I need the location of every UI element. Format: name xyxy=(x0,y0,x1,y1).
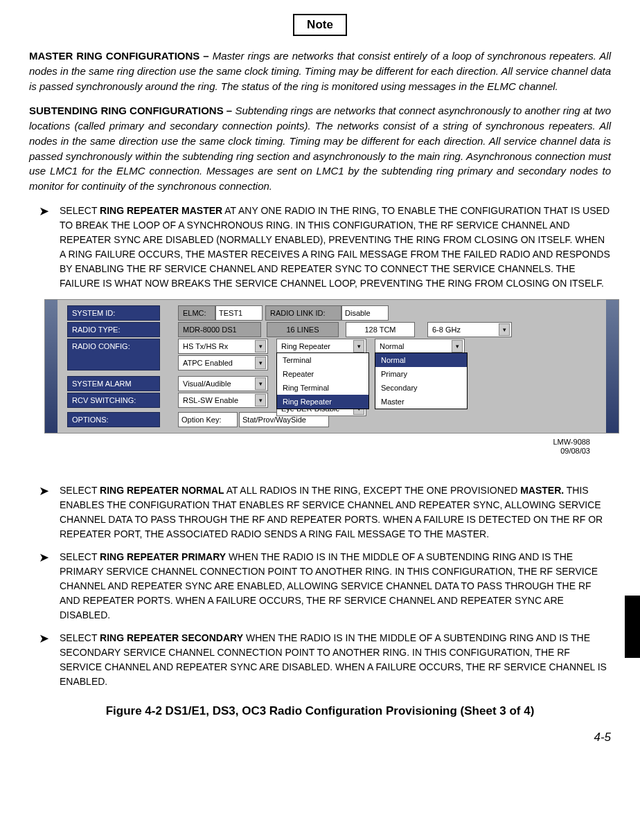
figure-caption: Figure 4-2 DS1/E1, DS3, OC3 Radio Config… xyxy=(29,704,611,718)
normal-dropdown-list[interactable]: Normal Primary Secondary Master xyxy=(375,352,468,409)
doc-ref-id: LMW-9088 xyxy=(553,438,590,446)
instr4-bold: RING REPEATER SECONDARY xyxy=(100,632,243,643)
instr4-pre: SELECT xyxy=(60,632,100,643)
field-elmc[interactable]: TEST1 xyxy=(215,305,263,321)
label-rcv-switching: RCV SWITCHING: xyxy=(67,393,160,408)
normal-opt-primary[interactable]: Primary xyxy=(375,367,467,381)
instr1-pre: SELECT xyxy=(60,205,100,216)
arrow-icon: ➤ xyxy=(39,632,49,645)
field-lines: 16 LINES xyxy=(267,322,339,337)
instr1-rest: AT ANY ONE RADIO IN THE RING, TO ENABLE … xyxy=(60,205,610,289)
para-subtending: SUBTENDING RING CONFIGURATIONS – Subtend… xyxy=(29,103,611,194)
instruction-primary: ➤ SELECT RING REPEATER PRIMARY WHEN THE … xyxy=(60,550,611,623)
label-radio-type: RADIO TYPE: xyxy=(67,322,160,337)
note-box: Note xyxy=(293,14,347,36)
field-mdr: MDR-8000 DS1 xyxy=(178,322,261,337)
para-subtending-body: Subtending rings are networks that conne… xyxy=(29,105,611,192)
instruction-secondary: ➤ SELECT RING REPEATER SECONDARY WHEN TH… xyxy=(60,631,611,689)
label-options: OPTIONS: xyxy=(67,412,160,427)
figure-caption-text: Figure 4-2 DS1/E1, DS3, OC3 Radio Config… xyxy=(106,704,535,717)
doc-ref-date: 09/08/03 xyxy=(560,447,590,455)
scrollbar-left[interactable] xyxy=(45,300,57,433)
normal-opt-normal[interactable]: Normal xyxy=(375,353,467,367)
ring-opt-ring-repeater[interactable]: Ring Repeater xyxy=(277,395,368,409)
instr2-mid: AT ALL RADIOS IN THE RING, EXCEPT THE ON… xyxy=(224,485,521,496)
normal-opt-secondary[interactable]: Secondary xyxy=(375,381,467,395)
arrow-icon: ➤ xyxy=(39,485,49,497)
dropdown-ring[interactable]: Ring Repeater xyxy=(276,339,366,354)
label-option-key: Option Key: xyxy=(178,412,238,427)
instr2-bold1: RING REPEATER NORMAL xyxy=(100,485,224,496)
label-radio-link-id: RADIO LINK ID: xyxy=(265,305,341,321)
config-panel: SYSTEM ID: ELMC: TEST1 RADIO LINK ID: Di… xyxy=(44,299,619,434)
label-radio-config: RADIO CONFIG: xyxy=(67,339,160,370)
field-radio-link-id[interactable]: Disable xyxy=(341,305,389,321)
label-system-alarm: SYSTEM ALARM xyxy=(67,376,160,391)
dropdown-rsl[interactable]: RSL-SW Enable xyxy=(178,393,268,408)
dropdown-hs[interactable]: HS Tx/HS Rx xyxy=(178,339,268,354)
instr2-bold2: MASTER. xyxy=(520,485,564,496)
arrow-icon: ➤ xyxy=(39,551,49,564)
para-master: MASTER RING CONFIGURATIONS – Master ring… xyxy=(29,48,611,93)
normal-opt-master[interactable]: Master xyxy=(375,395,467,409)
instruction-normal: ➤ SELECT RING REPEATER NORMAL AT ALL RAD… xyxy=(60,483,611,542)
para-master-lead: MASTER RING CONFIGURATIONS – xyxy=(29,50,213,62)
doc-ref: LMW-9088 09/08/03 xyxy=(29,438,590,456)
scrollbar-right[interactable] xyxy=(606,300,619,433)
dropdown-ghz[interactable]: 6-8 GHz xyxy=(427,322,512,337)
side-tab xyxy=(625,596,640,658)
instr3-pre: SELECT xyxy=(60,551,100,562)
arrow-icon: ➤ xyxy=(39,205,49,217)
ring-dropdown-list[interactable]: Terminal Repeater Ring Terminal Ring Rep… xyxy=(276,352,369,409)
field-tcm: 128 TCM xyxy=(346,322,415,337)
dropdown-normal[interactable]: Normal xyxy=(375,339,465,354)
label-elmc: ELMC: xyxy=(178,305,215,321)
dropdown-atpc[interactable]: ATPC Enabled xyxy=(178,355,268,370)
ring-opt-repeater[interactable]: Repeater xyxy=(277,367,368,381)
instr1-bold: RING REPEATER MASTER xyxy=(100,205,222,216)
ring-opt-terminal[interactable]: Terminal xyxy=(277,353,368,367)
ring-opt-ring-terminal[interactable]: Ring Terminal xyxy=(277,381,368,395)
label-system-id: SYSTEM ID: xyxy=(67,305,160,321)
para-subtending-lead: SUBTENDING RING CONFIGURATIONS – xyxy=(29,105,235,116)
instruction-master: ➤ SELECT RING REPEATER MASTER AT ANY ONE… xyxy=(60,204,611,291)
instr2-pre: SELECT xyxy=(60,485,100,496)
instr3-bold: RING REPEATER PRIMARY xyxy=(100,551,226,562)
dropdown-visual[interactable]: Visual/Audible xyxy=(178,376,268,391)
page-number: 4-5 xyxy=(29,731,611,744)
